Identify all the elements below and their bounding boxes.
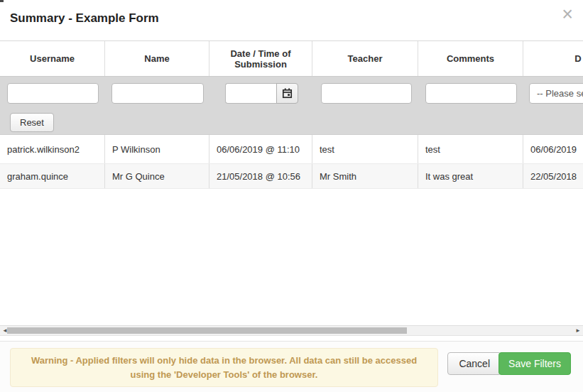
scroll-right-arrow-icon[interactable]: ► xyxy=(575,326,581,335)
column-header-username: Username xyxy=(0,41,105,76)
cancel-button[interactable]: Cancel xyxy=(447,352,501,375)
column-header-comments: Comments xyxy=(418,41,523,76)
name-filter-input[interactable] xyxy=(111,83,204,104)
table-header-row: Username Name Date / Time of Submission … xyxy=(0,41,583,77)
column-header-name: Name xyxy=(105,41,209,76)
filter-warning-message: Warning - Applied filters will only hide… xyxy=(10,348,438,387)
cell-comments: test xyxy=(418,135,523,163)
username-filter-input[interactable] xyxy=(7,83,99,104)
warning-line-2: using the 'Developer Tools' of the brows… xyxy=(18,368,430,382)
cell-name: Mr G Quince xyxy=(105,164,209,188)
column-header-teacher: Teacher xyxy=(312,41,418,76)
page-edge-artifact xyxy=(0,0,4,2)
horizontal-scrollbar[interactable]: ◄ ► xyxy=(0,325,583,336)
clipped-column-filter-select[interactable]: -- Please se xyxy=(529,83,583,104)
cell-extra-date: 06/06/2019 xyxy=(523,135,583,163)
column-header-date-time: Date / Time of Submission xyxy=(209,41,312,76)
date-picker-button[interactable] xyxy=(276,83,298,104)
cell-date-time: 06/06/2019 @ 11:10 xyxy=(209,135,312,163)
table-row[interactable]: patrick.wilkinson2 P Wilkinson 06/06/201… xyxy=(0,135,583,164)
cell-teacher: Mr Smith xyxy=(312,164,418,188)
cell-username: graham.quince xyxy=(0,164,105,188)
scrollbar-thumb[interactable] xyxy=(7,327,407,334)
calendar-icon xyxy=(282,88,293,99)
save-filters-button[interactable]: Save Filters xyxy=(498,352,571,375)
cell-teacher: test xyxy=(312,135,418,163)
cell-date-time: 21/05/2018 @ 10:56 xyxy=(209,164,312,188)
teacher-filter-input[interactable] xyxy=(321,83,412,104)
reset-button[interactable]: Reset xyxy=(10,113,54,132)
cell-extra-date: 22/05/2018 xyxy=(523,164,583,188)
date-filter-input[interactable] xyxy=(225,83,277,104)
close-icon[interactable]: × xyxy=(562,5,573,24)
column-header-clipped: D xyxy=(523,41,583,76)
table-row[interactable]: graham.quince Mr G Quince 21/05/2018 @ 1… xyxy=(0,164,583,189)
modal-footer: Warning - Applied filters will only hide… xyxy=(0,341,583,392)
warning-line-1: Warning - Applied filters will only hide… xyxy=(18,354,430,368)
filter-row: -- Please se Reset xyxy=(0,77,583,135)
comments-filter-input[interactable] xyxy=(425,83,517,104)
modal-title: Summary - Example Form xyxy=(10,11,159,26)
cell-comments: It was great xyxy=(418,164,523,188)
summary-table: Username Name Date / Time of Submission … xyxy=(0,41,583,189)
table-viewport: Username Name Date / Time of Submission … xyxy=(0,40,583,326)
cell-name: P Wilkinson xyxy=(105,135,209,163)
cell-username: patrick.wilkinson2 xyxy=(0,135,105,163)
